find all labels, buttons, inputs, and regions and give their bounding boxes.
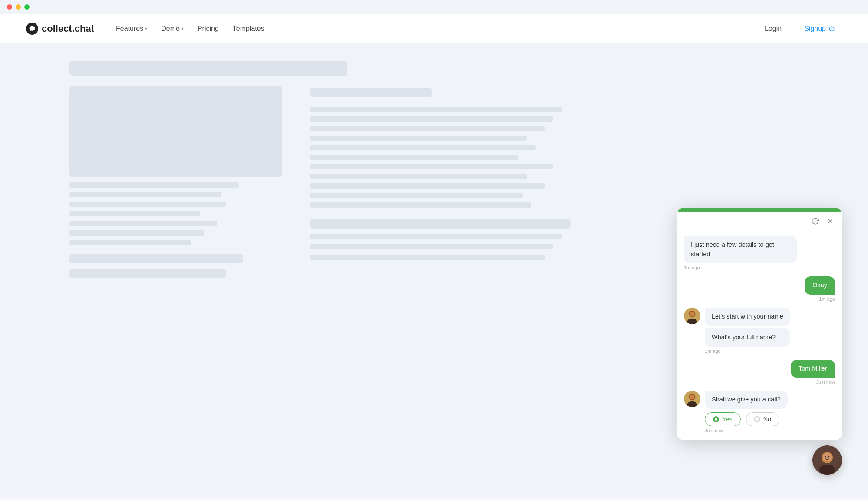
skeleton-line — [69, 202, 226, 207]
signup-button[interactable]: Signup ⊙ — [797, 20, 842, 37]
skeleton-line — [310, 193, 523, 198]
skeleton-line — [310, 255, 545, 260]
chat-header-bar — [677, 208, 842, 212]
skeleton-text-right — [310, 107, 799, 208]
chat-messages: I just need a few details to get started… — [677, 229, 842, 440]
chat-message-bot-2: Let's start with your name What's your f… — [684, 308, 835, 354]
svg-point-14 — [825, 456, 826, 458]
window-dot-green — [24, 4, 30, 10]
radio-yes-circle — [713, 416, 719, 422]
chat-message-bot-3: Shall we give you a call? Yes No Just no… — [684, 391, 835, 433]
navbar: collect.chat Features ▾ Demo ▾ Pricing T… — [0, 14, 868, 43]
skeleton-line — [310, 136, 527, 141]
chat-toolbar — [677, 212, 842, 229]
window-dot-yellow — [16, 4, 21, 10]
chat-message-user-2: Tom Miller Just now — [684, 360, 835, 385]
chat-bot-content-3: Shall we give you a call? — [684, 391, 788, 409]
svg-point-5 — [690, 312, 694, 316]
svg-point-15 — [828, 456, 830, 458]
skeleton-line — [69, 192, 221, 197]
skeleton-block — [69, 254, 243, 263]
chat-bubble-user-2: Tom Miller — [791, 360, 835, 378]
skeleton-block — [310, 219, 571, 229]
nav-links: Features ▾ Demo ▾ Pricing Templates — [110, 21, 271, 36]
skeleton-line — [310, 145, 536, 150]
chat-close-button[interactable] — [825, 216, 835, 226]
svg-point-12 — [819, 465, 835, 475]
skeleton-text-left — [69, 182, 282, 245]
nav-pricing[interactable]: Pricing — [191, 21, 225, 36]
chat-message-bot-1: I just need a few details to get started… — [684, 236, 835, 271]
chat-message-user-1: Okay 1m ago — [684, 276, 835, 302]
skeleton-line — [310, 202, 531, 208]
logo[interactable]: collect.chat — [26, 23, 94, 35]
skeleton-line — [69, 230, 204, 236]
bot-avatar-3 — [684, 391, 700, 407]
window-dot-red — [7, 4, 12, 10]
chat-bubble-bot-2b: What's your full name? — [705, 328, 790, 347]
skeleton-line — [310, 183, 545, 189]
bot-avatar-2 — [684, 308, 700, 324]
chat-time-user-1: 1m ago — [819, 296, 835, 302]
chat-window: I just need a few details to get started… — [677, 208, 842, 440]
chat-time-bot-2: 1m ago — [705, 348, 721, 354]
radio-no-circle — [754, 416, 760, 422]
window-bar — [0, 0, 868, 14]
arrow-right-icon: ⊙ — [828, 24, 835, 33]
chat-bubble-bot-3: Shall we give you a call? — [705, 391, 788, 409]
skeleton-line — [69, 221, 217, 226]
skeleton-left — [69, 86, 282, 278]
skeleton-line — [69, 182, 239, 188]
nav-templates[interactable]: Templates — [227, 21, 271, 36]
chat-widget-container: I just need a few details to get started… — [677, 208, 842, 475]
radio-no-label: No — [763, 416, 772, 423]
skeleton-line — [310, 244, 553, 249]
skeleton-line — [310, 164, 553, 169]
skeleton-title-bar — [310, 88, 432, 97]
skeleton-line — [310, 234, 562, 239]
skeleton-line — [310, 174, 527, 179]
chat-time-bot-1: 1m ago — [684, 265, 700, 270]
nav-demo[interactable]: Demo ▾ — [155, 21, 190, 36]
skeleton-line — [310, 116, 553, 122]
svg-point-9 — [690, 395, 694, 399]
chat-refresh-button[interactable] — [811, 216, 820, 226]
chevron-down-icon: ▾ — [145, 26, 147, 31]
chat-radio-options: Yes No — [705, 412, 779, 426]
chat-bot-texts-2: Let's start with your name What's your f… — [705, 308, 790, 347]
radio-yes-button[interactable]: Yes — [705, 412, 741, 426]
chat-time-bot-3: Just now — [705, 428, 723, 433]
login-button[interactable]: Login — [758, 21, 789, 36]
logo-icon — [26, 23, 38, 35]
skeleton-header-bar — [69, 61, 347, 76]
radio-yes-label: Yes — [722, 416, 733, 423]
navbar-right: Login Signup ⊙ — [758, 20, 842, 37]
skeleton-line — [69, 240, 191, 245]
skeleton-line — [310, 107, 562, 112]
skeleton-bottom-left — [69, 254, 282, 278]
chat-time-user-2: Just now — [816, 379, 835, 385]
skeleton-line — [69, 211, 200, 216]
chat-bubble-user-1: Okay — [805, 276, 835, 295]
chat-bubble-bot-2a: Let's start with your name — [705, 308, 790, 326]
chevron-down-icon: ▾ — [182, 26, 184, 31]
navbar-left: collect.chat Features ▾ Demo ▾ Pricing T… — [26, 21, 271, 36]
logo-text: collect.chat — [42, 23, 94, 34]
svg-point-13 — [823, 453, 832, 461]
chat-float-button[interactable] — [812, 445, 842, 475]
skeleton-block — [69, 269, 226, 278]
chat-bubble-bot-1: I just need a few details to get started — [684, 236, 797, 264]
disclaimer: Disclaimer: Collect.chat does not run ri… — [0, 498, 868, 501]
skeleton-line — [310, 155, 518, 160]
radio-no-button[interactable]: No — [746, 412, 780, 426]
skeleton-line — [310, 126, 545, 131]
nav-features[interactable]: Features ▾ — [110, 21, 153, 36]
chat-bot-content-2: Let's start with your name What's your f… — [684, 308, 790, 347]
skeleton-image — [69, 86, 282, 177]
